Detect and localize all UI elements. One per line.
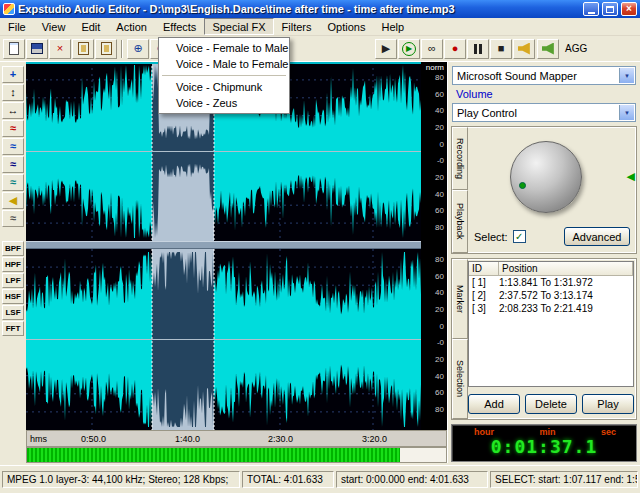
volume-label: Volume bbox=[456, 88, 493, 100]
wave-red-icon: ≈ bbox=[10, 123, 16, 134]
tab-selection[interactable]: Selection bbox=[452, 339, 468, 419]
select-checkbox[interactable]: ✓ bbox=[513, 230, 526, 243]
marker-row[interactable]: [ 3] 2:08.233 To 2:21.419 bbox=[469, 302, 633, 315]
wave-blue-button[interactable]: ≈ bbox=[2, 138, 24, 155]
monitor-button[interactable]: ◀ bbox=[2, 192, 24, 209]
menu-options[interactable]: Options bbox=[320, 18, 374, 35]
minimize-icon bbox=[588, 12, 595, 14]
db-scale-left-channel: 806040200-020406080 bbox=[424, 74, 444, 232]
pan-tool-button[interactable]: + bbox=[2, 66, 24, 83]
maximize-button[interactable] bbox=[602, 2, 618, 16]
chevron-down-icon[interactable]: ▼ bbox=[619, 105, 634, 120]
menu-item-voice-chipmunk[interactable]: Voice - Chipmunk bbox=[160, 79, 288, 95]
copy-icon bbox=[78, 42, 89, 55]
select-row: Select: ✓ Advanced bbox=[474, 227, 630, 246]
menu-action[interactable]: Action bbox=[108, 18, 155, 35]
stop-icon: ■ bbox=[498, 43, 505, 54]
loop-icon: ∞ bbox=[428, 43, 436, 54]
minimize-button[interactable] bbox=[583, 2, 599, 16]
pause-button[interactable] bbox=[467, 39, 489, 59]
sound-device-select[interactable]: Microsoft Sound Mapper ▼ bbox=[452, 66, 636, 85]
play-marker-button[interactable]: Play bbox=[582, 394, 634, 414]
menu-help[interactable]: Help bbox=[373, 18, 412, 35]
select-label: Select: bbox=[474, 231, 508, 243]
play-icon: ▶ bbox=[382, 43, 390, 54]
paste-button[interactable] bbox=[95, 39, 117, 59]
timeline-ruler[interactable]: hms 0:50.0 1:40.0 2:30.0 3:20.0 bbox=[26, 430, 447, 447]
wave-red-button[interactable]: ≈ bbox=[2, 120, 24, 137]
delete-button[interactable]: Delete bbox=[525, 394, 577, 414]
norm-label: norm bbox=[426, 64, 444, 72]
menu-item-voice-male-to-female[interactable]: Voice - Male to Female bbox=[160, 56, 288, 72]
time-display: hour min sec 0:01:37.1 bbox=[451, 424, 637, 462]
filter-buttons: BPF HPF LPF HSF LSF FFT bbox=[0, 241, 26, 336]
playback-device-button[interactable] bbox=[513, 39, 535, 59]
menu-edit[interactable]: Edit bbox=[73, 18, 108, 35]
menu-file[interactable]: File bbox=[0, 18, 34, 35]
column-id: ID bbox=[469, 262, 499, 276]
cut-button[interactable]: × bbox=[49, 39, 71, 59]
menu-effects[interactable]: Effects bbox=[155, 18, 204, 35]
maximize-icon bbox=[606, 6, 614, 13]
horizontal-zoom-button[interactable]: ↔ bbox=[2, 102, 24, 119]
marker-panel: Marker Selection ID Position [ 1] 1:13.8… bbox=[451, 258, 637, 420]
wave-navy-button[interactable]: ≈ bbox=[2, 156, 24, 173]
play-loop-button[interactable]: ▶ bbox=[398, 39, 420, 59]
horizontal-zoom-icon: ↔ bbox=[8, 105, 19, 116]
menu-view[interactable]: View bbox=[34, 18, 74, 35]
menu-item-voice-zeus[interactable]: Voice - Zeus bbox=[160, 95, 288, 111]
save-button[interactable] bbox=[26, 39, 48, 59]
vertical-zoom-icon: ↕ bbox=[10, 87, 16, 98]
lsf-filter-button[interactable]: LSF bbox=[2, 305, 24, 320]
menubar: File View Edit Action Effects Special FX… bbox=[0, 18, 640, 36]
menu-separator bbox=[162, 75, 286, 76]
volume-control-select[interactable]: Play Control ▼ bbox=[452, 103, 636, 122]
tab-recording[interactable]: Recording bbox=[452, 127, 468, 190]
add-button[interactable]: Add bbox=[468, 394, 520, 414]
menu-special-fx[interactable]: Special FX bbox=[204, 18, 273, 35]
marker-row[interactable]: [ 2] 2:37.572 To 3:13.174 bbox=[469, 289, 633, 302]
lpf-filter-button[interactable]: LPF bbox=[2, 273, 24, 288]
volume-pointer-icon[interactable]: ◀ bbox=[627, 171, 635, 182]
chevron-down-icon[interactable]: ▼ bbox=[619, 68, 634, 83]
waveform-display[interactable]: norm 806040200-020406080 806040200-02040… bbox=[26, 62, 447, 430]
level-meter-icon: ≈ bbox=[10, 213, 16, 224]
close-button[interactable]: × bbox=[621, 2, 637, 16]
advanced-button[interactable]: Advanced bbox=[564, 227, 630, 246]
marker-list[interactable]: ID Position [ 1] 1:13.841 To 1:31.972 [ … bbox=[468, 261, 634, 387]
level-meter-button[interactable]: ≈ bbox=[2, 210, 24, 227]
app-window: Expstudio Audio Editor - D:\mp3\English.… bbox=[0, 0, 640, 493]
marker-row[interactable]: [ 1] 1:13.841 To 1:31.972 bbox=[469, 276, 633, 289]
waveform-right-channel[interactable] bbox=[26, 249, 421, 430]
position-scrollbar[interactable] bbox=[26, 447, 447, 463]
tab-playback[interactable]: Playback bbox=[452, 190, 468, 253]
new-file-button[interactable] bbox=[3, 39, 25, 59]
bpf-filter-button[interactable]: BPF bbox=[2, 241, 24, 256]
volume-knob[interactable] bbox=[510, 141, 582, 213]
window-title: Expstudio Audio Editor - D:\mp3\English.… bbox=[18, 3, 580, 15]
pause-icon bbox=[474, 44, 482, 54]
hsf-filter-button[interactable]: HSF bbox=[2, 289, 24, 304]
knob-indicator-dot bbox=[519, 182, 526, 189]
fft-filter-button[interactable]: FFT bbox=[2, 321, 24, 336]
pan-tool-icon: + bbox=[10, 69, 16, 80]
wave-teal-icon: ≈ bbox=[10, 177, 16, 188]
selection-status: SELECT: start: 1:07.117 end: 1:51.120 bbox=[490, 471, 638, 488]
stop-button[interactable]: ■ bbox=[490, 39, 512, 59]
record-button[interactable]: ● bbox=[444, 39, 466, 59]
menu-filters[interactable]: Filters bbox=[274, 18, 320, 35]
vertical-zoom-button[interactable]: ↕ bbox=[2, 84, 24, 101]
menu-item-voice-female-to-male[interactable]: Voice - Female to Male bbox=[160, 40, 288, 56]
volume-control-value: Play Control bbox=[457, 107, 517, 119]
tab-marker[interactable]: Marker bbox=[452, 259, 468, 339]
wave-teal-button[interactable]: ≈ bbox=[2, 174, 24, 191]
play-button[interactable]: ▶ bbox=[375, 39, 397, 59]
zoom-in-button[interactable]: ⊕ bbox=[127, 39, 149, 59]
copy-button[interactable] bbox=[72, 39, 94, 59]
hpf-filter-button[interactable]: HPF bbox=[2, 257, 24, 272]
record-device-button[interactable] bbox=[537, 39, 559, 59]
channel-divider bbox=[26, 241, 421, 249]
loop-button[interactable]: ∞ bbox=[421, 39, 443, 59]
titlebar: Expstudio Audio Editor - D:\mp3\English.… bbox=[0, 0, 640, 18]
agg-toggle[interactable]: AGG bbox=[561, 41, 591, 56]
